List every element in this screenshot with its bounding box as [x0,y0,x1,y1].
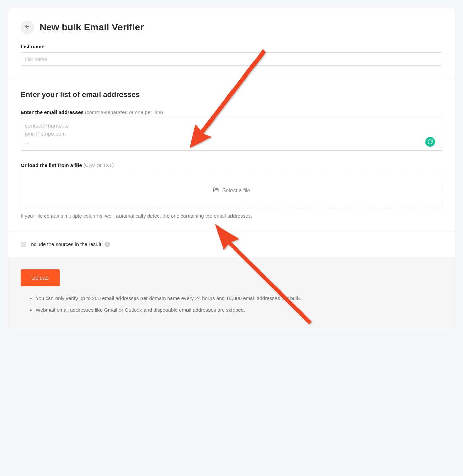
include-sources-checkbox[interactable]: Include the sources in the result ? [21,241,442,247]
folder-open-icon [213,187,219,194]
info-item: Webmail email addresses like Gmail or Ou… [36,306,442,314]
file-load-label: Or load the list from a file [21,162,82,168]
email-section: Enter your list of email addresses Enter… [8,78,455,231]
select-file-label: Select a file [222,188,250,194]
header-section: New bulk Email Verifier List name [8,8,455,78]
list-name-input[interactable] [21,52,442,66]
file-help-text: If your file contains multiple columns, … [21,213,442,219]
grammarly-icon [425,137,435,147]
help-icon[interactable]: ? [105,242,110,247]
enter-emails-hint: (comma-separated or one per line) [84,109,163,115]
footer-section: Upload You can only verify up to 200 ema… [8,257,455,330]
checkbox-icon [21,242,26,247]
email-section-heading: Enter your list of email addresses [21,90,442,99]
include-sources-label: Include the sources in the result [29,241,101,247]
emails-textarea[interactable] [21,118,442,151]
back-button[interactable] [21,21,34,34]
info-list: You can only verify up to 200 email addr… [21,295,442,314]
arrow-left-icon [24,24,30,31]
main-card: New bulk Email Verifier List name Enter … [8,8,455,330]
options-section: Include the sources in the result ? [8,231,455,257]
file-drop-zone[interactable]: Select a file [21,173,442,208]
upload-button[interactable]: Upload [21,269,60,286]
enter-emails-label: Enter the email addresses [21,109,84,115]
list-name-label: List name [21,44,44,49]
info-item: You can only verify up to 200 email addr… [36,295,442,302]
page-title: New bulk Email Verifier [40,22,144,33]
file-load-hint: (CSV or TXT) [82,162,114,168]
